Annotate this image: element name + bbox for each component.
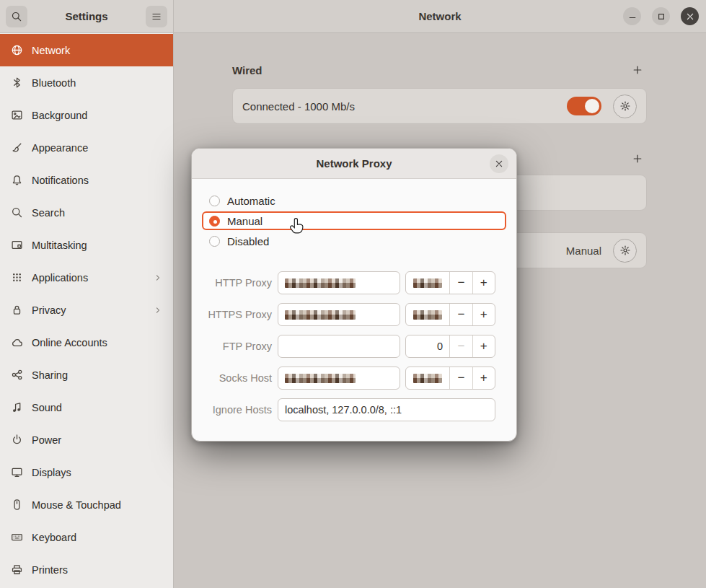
sidebar-list: NetworkBluetoothBackgroundAppearanceNoti… (0, 34, 173, 588)
sidebar-item-label: Search (32, 207, 65, 219)
sidebar-item-notifications[interactable]: Notifications (0, 164, 173, 196)
sidebar-item-label: Online Accounts (32, 337, 107, 348)
sidebar-item-printers[interactable]: Printers (0, 553, 173, 586)
add-wired-connection-button[interactable] (628, 61, 647, 79)
radio-button[interactable] (209, 196, 220, 206)
add-vpn-button[interactable] (628, 149, 647, 168)
close-button[interactable] (681, 7, 699, 25)
sidebar-item-keyboard[interactable]: Keyboard (0, 521, 173, 553)
bluetooth-icon (10, 76, 23, 89)
increment-button[interactable]: + (472, 272, 495, 294)
https-proxy-input[interactable] (278, 303, 400, 326)
proxy-settings-button[interactable] (613, 239, 637, 263)
privacy-icon (10, 304, 23, 317)
wired-settings-button[interactable] (613, 95, 637, 118)
http-proxy-row: HTTP Proxy−+ (202, 271, 506, 294)
sidebar-item-label: Applications (32, 272, 88, 284)
keyboard-icon (10, 531, 23, 544)
sidebar-item-label: Appearance (32, 142, 88, 154)
sidebar-item-background[interactable]: Background (0, 99, 173, 131)
proxy-mode-manual[interactable]: Manual (202, 211, 506, 230)
sidebar-item-network[interactable]: Network (0, 34, 173, 66)
applications-icon (10, 271, 23, 284)
https-proxy-label: HTTPS Proxy (202, 309, 272, 320)
ftp-proxy-input[interactable] (278, 335, 400, 358)
dialog-header: Network Proxy (192, 149, 516, 179)
sound-icon (10, 401, 23, 414)
appearance-icon (10, 141, 23, 154)
radio-button[interactable] (209, 216, 220, 227)
sidebar-item-mouse-touchpad[interactable]: Mouse & Touchpad (0, 488, 173, 521)
wired-section-header: Wired (232, 61, 647, 79)
gear-icon (619, 245, 631, 256)
settings-window: Settings NetworkBluetoothBackgroundAppea… (0, 0, 706, 588)
wired-connection-row[interactable]: Connected - 1000 Mb/s (232, 88, 647, 124)
menu-button[interactable] (146, 6, 167, 27)
dialog-close-button[interactable] (490, 154, 508, 173)
redacted-port (413, 278, 442, 288)
ignore-hosts-label: Ignore Hosts (202, 404, 272, 416)
hamburger-menu-icon (151, 11, 162, 22)
sidebar-item-label: Network (32, 45, 70, 56)
wired-toggle[interactable] (567, 97, 601, 115)
increment-button[interactable]: + (472, 335, 495, 357)
sidebar-item-sharing[interactable]: Sharing (0, 359, 173, 391)
maximize-icon (656, 11, 667, 22)
sidebar-item-label: Sound (32, 402, 62, 413)
toggle-knob (585, 99, 599, 113)
sidebar-item-multitasking[interactable]: Multitasking (0, 229, 173, 261)
maximize-button[interactable] (652, 7, 670, 25)
sidebar-item-privacy[interactable]: Privacy (0, 294, 173, 326)
sidebar-item-appearance[interactable]: Appearance (0, 131, 173, 164)
https-proxy-row: HTTPS Proxy−+ (202, 303, 506, 326)
printers-icon (10, 563, 23, 576)
minimize-button[interactable] (623, 7, 641, 25)
proxy-mode-disabled[interactable]: Disabled (202, 232, 506, 250)
http-proxy-input[interactable] (278, 271, 400, 294)
chevron-right-icon (153, 305, 163, 315)
wired-status: Connected - 1000 Mb/s (242, 100, 355, 113)
http-proxy-port-spinner: −+ (405, 271, 495, 294)
sidebar-item-label: Multitasking (32, 240, 87, 251)
sidebar-item-label: Privacy (32, 304, 66, 316)
ftp-proxy-port-spinner: 0−+ (405, 335, 495, 358)
socks-host-row: Socks Host−+ (202, 367, 506, 390)
power-icon (10, 434, 23, 447)
http-proxy-port-value[interactable] (406, 272, 449, 294)
sidebar-item-displays[interactable]: Displays (0, 456, 173, 488)
sidebar-item-sound[interactable]: Sound (0, 391, 173, 424)
decrement-button[interactable]: − (449, 272, 472, 294)
displays-icon (10, 466, 23, 479)
https-proxy-port-spinner: −+ (405, 303, 495, 326)
plus-icon (632, 64, 643, 76)
wired-section-title: Wired (232, 64, 262, 76)
ignore-hosts-input[interactable] (285, 404, 488, 416)
increment-button[interactable]: + (472, 304, 495, 325)
decrement-button[interactable]: − (449, 335, 472, 357)
radio-button[interactable] (209, 236, 220, 247)
proxy-mode-automatic[interactable]: Automatic (202, 191, 506, 210)
socks-host-input[interactable] (278, 367, 400, 390)
close-icon (684, 11, 696, 22)
increment-button[interactable]: + (472, 367, 495, 389)
sidebar-item-label: Keyboard (32, 532, 76, 543)
plus-icon (632, 153, 643, 164)
https-proxy-port-value[interactable] (406, 304, 449, 325)
redacted-value (285, 310, 356, 320)
redacted-port (413, 374, 442, 383)
window-controls (623, 7, 699, 25)
network-proxy-dialog: Network Proxy AutomaticManualDisabled HT… (191, 148, 517, 442)
sidebar: Settings NetworkBluetoothBackgroundAppea… (0, 0, 174, 588)
sidebar-item-search[interactable]: Search (0, 196, 173, 229)
sidebar-title: Settings (32, 10, 141, 22)
search-button[interactable] (6, 6, 27, 27)
sidebar-item-bluetooth[interactable]: Bluetooth (0, 66, 173, 99)
sidebar-item-power[interactable]: Power (0, 424, 173, 456)
sidebar-item-applications[interactable]: Applications (0, 261, 173, 294)
decrement-button[interactable]: − (449, 367, 472, 389)
socks-host-port-value[interactable] (406, 367, 449, 389)
proxy-mode-options: AutomaticManualDisabled (202, 191, 506, 252)
sidebar-item-online-accounts[interactable]: Online Accounts (0, 326, 173, 359)
ftp-proxy-port-value[interactable]: 0 (406, 335, 449, 357)
decrement-button[interactable]: − (449, 304, 472, 325)
